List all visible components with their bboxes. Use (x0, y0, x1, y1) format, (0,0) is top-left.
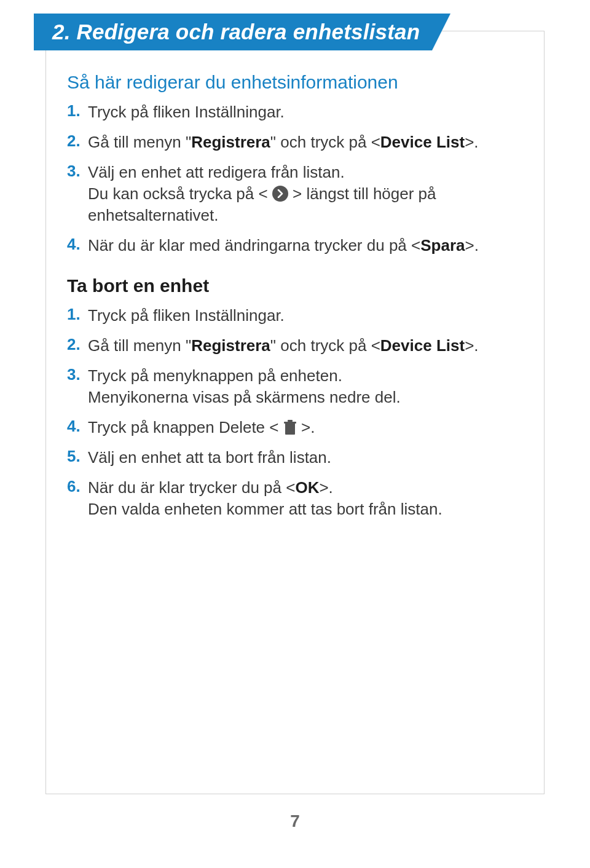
svg-rect-0 (284, 422, 296, 424)
bold-text: Device List (380, 133, 465, 151)
step-item: 2.Gå till menyn "Registrera" och tryck p… (67, 132, 523, 153)
step-number: 5. (67, 447, 88, 466)
step-item: 1.Tryck på fliken Inställningar. (67, 101, 523, 123)
bold-text: Spara (420, 236, 465, 254)
chevron-right-icon (272, 186, 288, 202)
step-text: Gå till menyn "Registrera" och tryck på … (88, 132, 479, 153)
step-item: 3.Tryck på menyknappen på enheten.Menyik… (67, 365, 523, 408)
step-item: 4.Tryck på knappen Delete < >. (67, 417, 523, 438)
step-text: Tryck på menyknappen på enheten.Menyikon… (88, 365, 401, 408)
section2-heading: Ta bort en enhet (67, 275, 523, 296)
step-number: 3. (67, 365, 88, 384)
section2-steps: 1.Tryck på fliken Inställningar.2.Gå til… (67, 305, 523, 521)
step-number: 2. (67, 335, 88, 354)
step-text: Välj en enhet att ta bort från listan. (88, 447, 331, 468)
page-container: 2. Redigera och radera enhetslistan Så h… (0, 0, 590, 868)
step-number: 4. (67, 417, 88, 436)
title-text: 2. Redigera och radera enhetslistan (52, 20, 420, 44)
step-text: Gå till menyn "Registrera" och tryck på … (88, 335, 479, 357)
page-number: 7 (0, 811, 590, 831)
bold-text: Device List (380, 336, 465, 355)
step-text: Tryck på fliken Inställningar. (88, 101, 285, 123)
step-item: 1.Tryck på fliken Inställningar. (67, 305, 523, 326)
step-text: När du är klar trycker du på <OK>.Den va… (88, 477, 442, 520)
bold-text: Registrera (191, 336, 270, 355)
step-item: 2.Gå till menyn "Registrera" och tryck p… (67, 335, 523, 357)
step-number: 1. (67, 305, 88, 324)
step-text: När du är klar med ändringarna trycker d… (88, 235, 479, 256)
step-number: 4. (67, 235, 88, 254)
title-bar: 2. Redigera och radera enhetslistan (34, 14, 432, 50)
step-text: Tryck på fliken Inställningar. (88, 305, 285, 326)
step-item: 3.Välj en enhet att redigera från listan… (67, 162, 523, 226)
step-item: 6.När du är klar trycker du på <OK>.Den … (67, 477, 523, 520)
content-border: Så här redigerar du enhetsinformationen … (45, 31, 545, 794)
section1-steps: 1.Tryck på fliken Inställningar.2.Gå til… (67, 101, 523, 257)
step-number: 3. (67, 162, 88, 181)
step-item: 4.När du är klar med ändringarna trycker… (67, 235, 523, 256)
bold-text: OK (295, 478, 319, 497)
section1-heading: Så här redigerar du enhetsinformationen (67, 72, 523, 93)
step-text: Välj en enhet att redigera från listan.D… (88, 162, 523, 226)
step-number: 6. (67, 477, 88, 496)
trash-icon (283, 419, 297, 435)
step-item: 5.Välj en enhet att ta bort från listan. (67, 447, 523, 468)
step-number: 1. (67, 101, 88, 120)
step-number: 2. (67, 132, 88, 151)
step-text: Tryck på knappen Delete < >. (88, 417, 315, 438)
content: Så här redigerar du enhetsinformationen … (46, 31, 544, 541)
bold-text: Registrera (191, 133, 270, 151)
svg-rect-1 (288, 420, 293, 422)
